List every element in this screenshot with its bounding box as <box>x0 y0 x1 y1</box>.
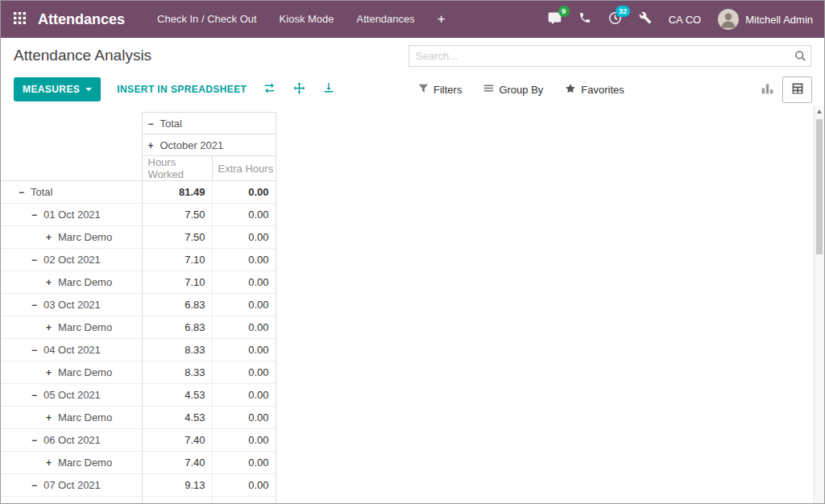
cell-hours-worked[interactable]: 8.33 <box>142 339 212 361</box>
scrollbar-thumb[interactable] <box>816 119 823 254</box>
row-header[interactable]: −06 Oct 2021 <box>1 429 142 452</box>
cell-hours-worked[interactable]: 6.83 <box>142 316 212 339</box>
table-row[interactable]: −06 Oct 2021 7.40 0.00 <box>1 429 276 452</box>
cell-extra-hours[interactable]: 0.00 <box>212 452 276 474</box>
cell-extra-hours[interactable]: 0.00 <box>212 384 276 407</box>
cell-hours-worked[interactable]: 7.40 <box>142 452 212 474</box>
menu-plus-button[interactable]: + <box>426 1 457 38</box>
search-input[interactable] <box>408 45 811 67</box>
group-by-menu[interactable]: Group By <box>483 83 543 96</box>
row-header[interactable]: +Marc Demo <box>1 452 142 474</box>
cell-hours-worked[interactable]: 7.50 <box>142 226 212 249</box>
menu-check-in-out[interactable]: Check In / Check Out <box>146 1 268 38</box>
company-switcher[interactable]: CA CO <box>669 14 701 26</box>
measure-hours-worked-header[interactable]: Hours Worked <box>142 156 212 181</box>
measure-extra-hours-header[interactable]: Extra Hours <box>212 156 276 181</box>
row-header[interactable]: −02 Oct 2021 <box>1 249 142 271</box>
fold-toggle-icon[interactable]: − <box>31 345 44 356</box>
fold-toggle-icon[interactable]: − <box>19 187 31 198</box>
filters-menu[interactable]: Filters <box>418 83 462 96</box>
cell-extra-hours[interactable]: 0.00 <box>212 474 276 497</box>
fold-toggle-icon[interactable]: − <box>31 209 44 221</box>
search-icon[interactable] <box>794 50 806 65</box>
row-header[interactable]: −05 Oct 2021 <box>1 384 142 407</box>
fold-toggle-icon[interactable]: + <box>46 322 58 333</box>
cell-extra-hours[interactable]: 0.00 <box>212 361 276 384</box>
table-row[interactable]: +Marc Demo 9.13 0.00 <box>1 497 276 504</box>
cell-hours-worked[interactable]: 6.83 <box>142 294 212 316</box>
fold-toggle-icon[interactable]: + <box>46 367 58 378</box>
flip-axis-button[interactable] <box>263 81 276 98</box>
row-header[interactable]: +Marc Demo <box>1 316 142 339</box>
fold-toggle-icon[interactable]: − <box>31 254 44 266</box>
menu-attendances[interactable]: Attendances <box>346 1 426 38</box>
fold-toggle-icon[interactable]: + <box>46 232 58 243</box>
table-row[interactable]: −05 Oct 2021 4.53 0.00 <box>1 384 276 407</box>
cell-extra-hours[interactable]: 0.00 <box>212 316 276 339</box>
table-row[interactable]: −03 Oct 2021 6.83 0.00 <box>1 294 276 316</box>
cell-extra-hours[interactable]: 0.00 <box>212 271 276 294</box>
cell-hours-worked[interactable]: 9.13 <box>142 474 212 497</box>
table-row[interactable]: +Marc Demo 8.33 0.00 <box>1 361 276 384</box>
cell-extra-hours[interactable]: 0.00 <box>212 339 276 361</box>
pivot-view-button[interactable] <box>782 76 812 103</box>
debug-tools-button[interactable] <box>639 11 652 27</box>
table-row[interactable]: +Marc Demo 7.50 0.00 <box>1 226 276 249</box>
fold-toggle-icon[interactable]: + <box>46 457 58 469</box>
fold-toggle-icon[interactable]: − <box>31 300 44 311</box>
scroll-up-button[interactable] <box>815 105 824 118</box>
cell-extra-hours[interactable]: 0.00 <box>212 294 276 316</box>
row-header[interactable]: +Marc Demo <box>1 361 142 384</box>
column-month-header[interactable]: +October 2021 <box>142 134 276 156</box>
fold-toggle-icon[interactable]: − <box>31 390 44 401</box>
cell-hours-worked[interactable]: 4.53 <box>142 407 212 429</box>
insert-in-spreadsheet-button[interactable]: INSERT IN SPREADSHEET <box>117 84 247 95</box>
fold-toggle-icon[interactable]: + <box>46 502 58 503</box>
expand-all-button[interactable] <box>292 81 306 98</box>
cell-extra-hours[interactable]: 0.00 <box>212 226 276 249</box>
table-row[interactable]: −04 Oct 2021 8.33 0.00 <box>1 339 276 361</box>
fold-toggle-icon[interactable]: + <box>46 277 58 288</box>
cell-hours-worked[interactable]: 4.53 <box>142 384 212 407</box>
menu-kiosk-mode[interactable]: Kiosk Mode <box>268 1 346 38</box>
row-header[interactable]: −07 Oct 2021 <box>1 474 142 497</box>
fold-toggle-icon[interactable]: + <box>46 412 58 423</box>
cell-extra-hours[interactable]: 0.00 <box>212 429 276 452</box>
cell-extra-hours[interactable]: 0.00 <box>212 407 276 429</box>
cell-extra-hours[interactable]: 0.00 <box>212 204 276 226</box>
cell-hours-worked[interactable]: 7.40 <box>142 429 212 452</box>
cell-extra-hours[interactable]: 0.00 <box>212 497 276 504</box>
table-row[interactable]: +Marc Demo 6.83 0.00 <box>1 316 276 339</box>
row-header[interactable]: +Marc Demo <box>1 497 142 504</box>
cell-hours-worked[interactable]: 7.10 <box>142 249 212 271</box>
table-row[interactable]: +Marc Demo 4.53 0.00 <box>1 407 276 429</box>
row-header[interactable]: −Total <box>1 181 142 204</box>
row-header[interactable]: −01 Oct 2021 <box>1 204 142 226</box>
column-total-header[interactable]: −Total <box>142 113 276 134</box>
voip-button[interactable] <box>578 11 591 27</box>
row-header[interactable]: +Marc Demo <box>1 407 142 429</box>
table-row[interactable]: +Marc Demo 7.40 0.00 <box>1 452 276 474</box>
row-header[interactable]: +Marc Demo <box>1 271 142 294</box>
favorites-menu[interactable]: Favorites <box>565 83 624 97</box>
cell-hours-worked[interactable]: 7.50 <box>142 204 212 226</box>
cell-hours-worked[interactable]: 7.10 <box>142 271 212 294</box>
apps-menu-button[interactable] <box>1 1 38 38</box>
graph-view-button[interactable] <box>752 76 782 103</box>
table-row[interactable]: −07 Oct 2021 9.13 0.00 <box>1 474 276 497</box>
fold-minus-icon[interactable]: − <box>148 118 160 130</box>
vertical-scrollbar[interactable] <box>814 105 824 503</box>
user-menu[interactable]: Mitchell Admin <box>718 9 813 30</box>
cell-hours-worked[interactable]: 9.13 <box>142 497 212 504</box>
row-header[interactable]: +Marc Demo <box>1 226 142 249</box>
app-title[interactable]: Attendances <box>38 11 125 28</box>
cell-hours-worked[interactable]: 81.49 <box>142 181 212 204</box>
measures-button[interactable]: MEASURES <box>14 77 101 101</box>
fold-plus-icon[interactable]: + <box>148 140 160 151</box>
cell-hours-worked[interactable]: 8.33 <box>142 361 212 384</box>
fold-toggle-icon[interactable]: − <box>31 480 44 491</box>
table-row[interactable]: −01 Oct 2021 7.50 0.00 <box>1 204 276 226</box>
row-header[interactable]: −04 Oct 2021 <box>1 339 142 361</box>
table-row[interactable]: −02 Oct 2021 7.10 0.00 <box>1 249 276 271</box>
fold-toggle-icon[interactable]: − <box>31 435 44 446</box>
